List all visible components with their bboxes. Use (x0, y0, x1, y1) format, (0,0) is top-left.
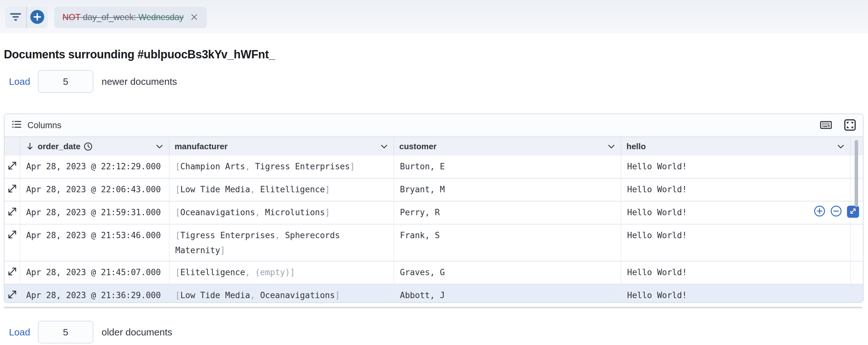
cell-order-date[interactable]: Apr 28, 2023 @ 21:45:07.000 (21, 261, 169, 284)
cell-hello[interactable]: Hello World! (621, 155, 851, 178)
expand-row-button[interactable] (4, 261, 21, 284)
chevron-down-icon[interactable] (607, 142, 616, 151)
vertical-scrollbar-thumb[interactable] (855, 140, 858, 207)
expand-diagonal-icon (7, 269, 17, 278)
load-older-row: Load older documents (9, 321, 173, 343)
cell-customer[interactable]: Graves, G (394, 261, 621, 284)
cell-manufacturer[interactable]: [Tigress Enterprises, Spherecords Matern… (169, 225, 394, 261)
chevron-down-icon[interactable] (836, 142, 845, 151)
leader-column-header (4, 137, 21, 155)
keyboard-icon (820, 120, 832, 131)
grid-header-row: order_date manufacturer customer (4, 137, 863, 155)
table-row: Apr 28, 2023 @ 21:53:46.000 [Tigress Ent… (4, 225, 863, 261)
cell-order-date[interactable]: Apr 28, 2023 @ 22:06:43.000 (21, 178, 169, 201)
expand-row-button[interactable] (4, 178, 21, 201)
column-label: manufacturer (175, 142, 227, 151)
cell-order-date[interactable]: Apr 28, 2023 @ 21:53:46.000 (21, 225, 169, 261)
cell-hello[interactable]: Hello World! (621, 261, 851, 284)
load-newer-button[interactable]: Load (9, 76, 30, 87)
cell-hello[interactable]: Hello World! (621, 202, 851, 224)
close-icon (190, 13, 198, 22)
expand-row-button[interactable] (4, 284, 21, 303)
cell-customer[interactable]: Abbott, J (394, 284, 621, 303)
expand-diagonal-icon (7, 186, 17, 196)
table-row: Apr 28, 2023 @ 22:06:43.000 [Low Tide Me… (4, 178, 863, 202)
filter-out-value-button[interactable] (830, 205, 842, 218)
table-row: Apr 28, 2023 @ 21:36:29.000 [Low Tide Me… (4, 284, 863, 303)
plus-in-circle-icon (30, 9, 44, 25)
cell-hello[interactable]: Hello World! (621, 178, 851, 201)
list-icon (11, 119, 22, 132)
newer-count-input[interactable] (38, 70, 93, 93)
columns-button[interactable]: Columns (11, 119, 62, 132)
arrow-down-icon (26, 142, 34, 151)
cell-manufacturer[interactable]: [Low Tide Media, Oceanavigations] (169, 284, 394, 303)
clock-icon (84, 142, 93, 151)
column-header-customer[interactable]: customer (394, 137, 621, 155)
fullscreen-icon (844, 119, 856, 132)
column-header-manufacturer[interactable]: manufacturer (169, 137, 394, 155)
column-header-order-date[interactable]: order_date (21, 137, 169, 155)
filter-pill-text: NOT day_of_week: Wednesday (62, 12, 184, 22)
divider-rule (4, 307, 862, 308)
plus-circle-icon (814, 205, 825, 218)
load-newer-row: Load newer documents (9, 70, 177, 93)
filter-funnel-icon (9, 10, 23, 25)
filter-value-label: Wednesday (138, 12, 184, 22)
filter-negate-label: NOT (62, 12, 81, 22)
documents-table-panel: Columns (4, 114, 864, 303)
column-header-hello[interactable]: hello (621, 137, 851, 155)
load-older-button[interactable]: Load (9, 327, 30, 338)
column-label: customer (399, 142, 437, 151)
column-label: order_date (38, 142, 80, 151)
expand-row-button[interactable] (4, 202, 21, 224)
filter-controls-group (5, 7, 48, 28)
remove-filter-button[interactable] (190, 13, 198, 22)
filter-for-value-button[interactable] (814, 205, 825, 218)
cell-customer[interactable]: Frank, S (394, 225, 621, 261)
cell-manufacturer[interactable]: [Champion Arts, Tigress Enterprises] (169, 155, 394, 178)
table-row: Apr 28, 2023 @ 21:59:31.000 [Oceanavigat… (4, 202, 863, 225)
cell-manufacturer[interactable]: [Low Tide Media, Elitelligence] (169, 178, 394, 201)
older-documents-label: older documents (102, 327, 173, 338)
expand-diagonal-icon (7, 232, 17, 241)
keyboard-shortcuts-button[interactable] (820, 120, 832, 131)
query-filter-bar: NOT day_of_week: Wednesday (0, 0, 868, 33)
expand-cell-button[interactable] (847, 206, 859, 218)
cell-customer[interactable]: Burton, E (394, 155, 621, 178)
older-count-input[interactable] (38, 321, 93, 343)
expand-diagonal-icon (849, 208, 857, 215)
cell-customer[interactable]: Perry, R (394, 202, 621, 224)
chevron-down-icon[interactable] (155, 142, 164, 151)
cell-order-date[interactable]: Apr 28, 2023 @ 21:59:31.000 (21, 202, 169, 224)
page-title: Documents surrounding #ublpuocBs3kYv_hWF… (4, 48, 275, 61)
expand-diagonal-icon (7, 209, 17, 219)
cell-hover-actions (814, 205, 859, 218)
column-label: hello (626, 142, 646, 151)
minus-circle-icon (830, 205, 842, 218)
table-row: Apr 28, 2023 @ 21:45:07.000 [Elitelligen… (4, 261, 863, 284)
cell-hello[interactable]: Hello World! (621, 225, 851, 261)
cell-manufacturer[interactable]: [Oceanavigations, Microlutions] (169, 202, 394, 224)
expand-diagonal-icon (7, 292, 17, 301)
filter-pill[interactable]: NOT day_of_week: Wednesday (54, 7, 207, 28)
cell-order-date[interactable]: Apr 28, 2023 @ 21:36:29.000 (21, 284, 169, 303)
table-row: Apr 28, 2023 @ 22:12:29.000 [Champion Ar… (4, 155, 863, 178)
add-filter-button[interactable] (27, 7, 48, 28)
grid-body: Apr 28, 2023 @ 22:12:29.000 [Champion Ar… (4, 155, 863, 303)
cell-customer[interactable]: Bryant, M (394, 178, 621, 201)
columns-button-label: Columns (27, 120, 62, 131)
grid-toolbar: Columns (4, 114, 863, 137)
expand-row-button[interactable] (4, 155, 21, 178)
cell-hello[interactable]: Hello World! (621, 284, 851, 303)
filter-field-label: day_of_week: (83, 12, 136, 22)
newer-documents-label: newer documents (102, 76, 177, 87)
expand-diagonal-icon (7, 163, 17, 173)
expand-row-button[interactable] (4, 225, 21, 261)
cell-order-date[interactable]: Apr 28, 2023 @ 22:12:29.000 (21, 155, 169, 178)
fullscreen-button[interactable] (844, 119, 856, 132)
chevron-down-icon[interactable] (380, 142, 389, 151)
filter-options-button[interactable] (5, 7, 26, 28)
cell-manufacturer[interactable]: [Elitelligence, (empty)] (169, 261, 394, 284)
